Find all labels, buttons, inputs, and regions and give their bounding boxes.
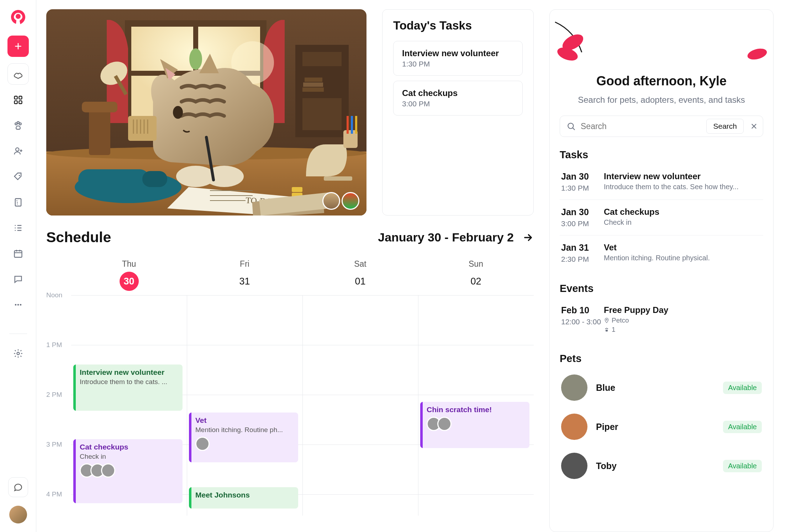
pet-badge[interactable] — [342, 192, 359, 210]
calendar-day[interactable]: Fri31 — [187, 259, 302, 291]
pet-row[interactable]: BlueAvailable — [560, 368, 763, 407]
svg-point-59 — [606, 328, 607, 329]
svg-point-8 — [16, 148, 19, 151]
svg-rect-23 — [89, 109, 110, 155]
favorites-button[interactable] — [7, 63, 29, 85]
svg-rect-48 — [305, 78, 322, 82]
schedule-range: January 30 - February 2 — [378, 230, 534, 244]
clipboard-icon — [13, 197, 23, 207]
svg-rect-1 — [14, 96, 17, 99]
list-icon — [13, 223, 23, 233]
svg-rect-27 — [142, 171, 167, 187]
today-task-item[interactable]: Interview new volunteer1:30 PM — [393, 41, 523, 76]
day-name: Sun — [418, 259, 534, 269]
help-chat-button[interactable] — [8, 477, 28, 497]
nav-dashboard[interactable] — [12, 94, 24, 106]
user-avatar[interactable] — [9, 506, 27, 523]
task-time: 2:30 PM — [561, 255, 604, 264]
svg-rect-10 — [15, 199, 21, 206]
task-time: 1:30 PM — [561, 184, 604, 192]
calendar-icon — [13, 249, 23, 259]
pet-name: Toby — [596, 461, 714, 471]
search-button[interactable]: Search — [706, 119, 744, 134]
paw-small-icon — [604, 327, 610, 332]
pet-row[interactable]: PiperAvailable — [560, 407, 763, 446]
event-desc: Check in — [80, 453, 178, 461]
day-name: Sat — [302, 259, 418, 269]
nav-more[interactable] — [12, 299, 24, 311]
calendar-day[interactable]: Sun02 — [418, 259, 534, 291]
nav-calendar[interactable] — [12, 248, 24, 260]
search-clear-button[interactable] — [749, 121, 759, 132]
calendar-event[interactable]: VetMention itching. Routine ph... — [189, 413, 298, 462]
event-title: Vet — [195, 416, 293, 425]
search-input[interactable] — [581, 122, 701, 131]
svg-rect-39 — [347, 116, 349, 134]
avatar — [195, 437, 210, 451]
add-button[interactable] — [7, 36, 29, 57]
svg-rect-37 — [324, 176, 352, 181]
nav-tasks[interactable] — [12, 222, 24, 234]
pet-avatar — [561, 374, 587, 401]
svg-point-58 — [607, 328, 608, 329]
calendar-event[interactable]: Cat checkupsCheck in — [73, 439, 183, 503]
nav-settings[interactable] — [12, 347, 24, 360]
svg-point-28 — [189, 48, 202, 70]
today-task-item[interactable]: Cat checkups3:00 PM — [393, 81, 523, 116]
event-title: Cat checkups — [80, 443, 178, 451]
schedule-next-button[interactable] — [522, 232, 534, 243]
event-title: Free Puppy Day — [604, 305, 762, 315]
event-time: 12:00 - 3:00 — [561, 318, 604, 326]
nav-pets[interactable] — [12, 119, 24, 132]
svg-point-7 — [17, 122, 19, 124]
svg-point-15 — [17, 352, 19, 355]
pet-badge[interactable] — [322, 192, 340, 210]
task-date: Jan 30 — [561, 207, 604, 217]
event-avatars — [195, 437, 293, 451]
event-avatars — [427, 417, 524, 431]
calendar-day[interactable]: Thu30 — [71, 259, 187, 291]
pet-avatar — [561, 453, 587, 479]
separator — [9, 334, 27, 334]
task-desc: Check in — [604, 218, 762, 227]
nav-form[interactable] — [12, 196, 24, 208]
logo[interactable] — [8, 7, 28, 27]
right-panel: Good afternoon, Kyle Search for pets, ad… — [549, 9, 774, 532]
calendar-event[interactable]: Interview new volunteerIntroduce them to… — [73, 365, 183, 411]
nav-people[interactable] — [12, 145, 24, 157]
calendar-event[interactable]: Meet Johnsons — [189, 487, 298, 509]
svg-point-60 — [606, 330, 608, 331]
hour-label: 1 PM — [46, 341, 62, 349]
svg-point-9 — [19, 175, 20, 176]
search-subtitle: Search for pets, adopters, events, and t… — [550, 95, 773, 105]
event-desc: Mention itching. Routine ph... — [195, 426, 293, 434]
pet-name: Blue — [596, 383, 714, 393]
task-time: 3:00 PM — [561, 219, 604, 228]
avatar — [437, 417, 452, 431]
task-row[interactable]: Jan 312:30 PMVetMention itching. Routine… — [560, 235, 763, 271]
svg-rect-26 — [78, 169, 149, 189]
nav-tag[interactable] — [12, 171, 24, 183]
task-title: Cat checkups — [604, 207, 762, 217]
arrow-right-icon — [522, 232, 534, 243]
task-row[interactable]: Jan 301:30 PMInterview new volunteerIntr… — [560, 164, 763, 200]
pet-status: Available — [723, 460, 762, 472]
event-row[interactable]: Feb 1012:00 - 3:00Free Puppy DayPetco1 — [560, 298, 763, 341]
task-row[interactable]: Jan 303:00 PMCat checkupsCheck in — [560, 200, 763, 235]
tasks-section: Tasks Jan 301:30 PMInterview new volunte… — [560, 149, 763, 271]
day-name: Thu — [71, 259, 187, 269]
calendar-event[interactable]: Chin scratch time! — [420, 402, 529, 448]
schedule-header: Schedule January 30 - February 2 — [46, 229, 534, 246]
person-icon — [13, 146, 23, 156]
plus-icon — [14, 42, 23, 51]
calendar-day[interactable]: Sat01 — [302, 259, 418, 291]
speech-icon — [14, 483, 23, 492]
event-title: Interview new volunteer — [80, 368, 178, 377]
svg-point-0 — [16, 14, 21, 19]
nav-messages[interactable] — [12, 273, 24, 285]
paw-icon — [13, 121, 23, 131]
pet-row[interactable]: TobyAvailable — [560, 446, 763, 485]
hero-pet-badges — [322, 192, 359, 210]
task-time: 1:30 PM — [402, 60, 514, 68]
pet-name: Piper — [596, 422, 714, 432]
